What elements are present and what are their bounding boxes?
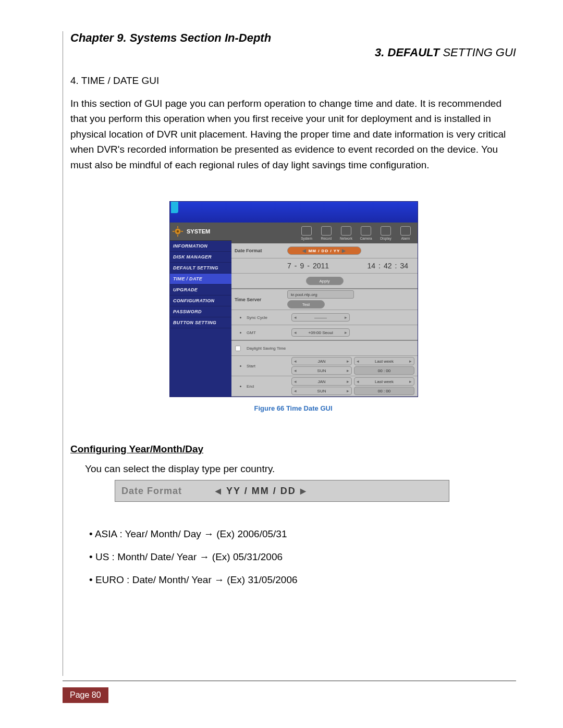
time-server-field[interactable]: kr.pool.ntp.org bbox=[287, 290, 354, 299]
iconbar-item[interactable]: Display bbox=[377, 226, 395, 240]
dst-end-day: SUN bbox=[299, 389, 345, 393]
iconbar-label: Alarm bbox=[401, 237, 410, 240]
arrow-left-icon[interactable]: ◀ bbox=[215, 487, 222, 495]
dvr-body: SystemRecordNetworkCameraDisplayAlarm Da… bbox=[231, 223, 418, 397]
gmt-value: +09:00 Seoul bbox=[299, 330, 342, 335]
date-day[interactable]: 9 bbox=[300, 262, 304, 270]
arrow-right-icon[interactable]: ▸ bbox=[342, 330, 349, 335]
svg-rect-4 bbox=[173, 231, 175, 232]
time-min[interactable]: 42 bbox=[384, 262, 392, 270]
dvr-window: SYSTEM INFORMATIONDISK MANAGERDEFAULT SE… bbox=[169, 201, 418, 397]
date-format-selector[interactable]: ◀ MM / DD / YY ▶ bbox=[287, 246, 361, 255]
dst-start-week-spinner[interactable]: ◂Last week▸ bbox=[354, 357, 414, 365]
iconbar-icon bbox=[381, 226, 391, 236]
svg-rect-5 bbox=[181, 231, 183, 232]
svg-rect-3 bbox=[177, 235, 178, 237]
sidebar-header: SYSTEM bbox=[170, 223, 231, 241]
time-server-label: Time Server bbox=[235, 297, 284, 302]
dst-end-week: Last week bbox=[361, 379, 407, 384]
date-format-bar-value: YY / MM / DD bbox=[226, 486, 296, 497]
time-hour[interactable]: 14 bbox=[367, 262, 375, 270]
date-format-bar-label: Date Format bbox=[115, 486, 215, 497]
iconbar-label: Display bbox=[380, 237, 391, 240]
dst-end-month: JAN bbox=[299, 379, 345, 384]
date-year[interactable]: 2011 bbox=[313, 262, 329, 270]
dst-start-month-spinner[interactable]: ◂JAN▸ bbox=[291, 357, 352, 365]
subsection-number: 3. bbox=[375, 46, 384, 59]
sidebar-item[interactable]: DISK MANAGER bbox=[170, 252, 231, 263]
iconbar-item[interactable]: Record bbox=[317, 226, 335, 240]
figure-caption: Figure 66 Time Date GUI bbox=[169, 404, 417, 412]
bullet-icon bbox=[240, 386, 241, 387]
iconbar-icon bbox=[321, 226, 332, 236]
dst-end-month-spinner[interactable]: ◂JAN▸ bbox=[291, 377, 352, 386]
dvr-panel: Date Format ◀ MM / DD / YY ▶ bbox=[231, 243, 418, 397]
sync-cycle-label: Sync Cycle bbox=[247, 315, 288, 320]
dst-label: Daylight Saving Time bbox=[247, 346, 286, 351]
dst-end-time-spinner[interactable]: 00 : 00 bbox=[354, 387, 414, 395]
date-format-bar-selector[interactable]: ◀ YY / MM / DD ▶ bbox=[215, 486, 307, 497]
sidebar-item[interactable]: DEFAULT SETTING bbox=[170, 263, 231, 274]
iconbar-item[interactable]: System bbox=[298, 226, 315, 240]
dst-start-time-spinner[interactable]: 00 : 00 bbox=[354, 366, 414, 375]
list-item: • ASIA : Year/ Month/ Day → (Ex) 2006/05… bbox=[89, 523, 516, 546]
dvr-titlebar bbox=[170, 202, 418, 223]
time-sec[interactable]: 34 bbox=[400, 262, 408, 270]
dst-end-week-spinner[interactable]: ◂Last week▸ bbox=[354, 377, 414, 386]
apply-button[interactable]: Apply bbox=[306, 277, 344, 285]
dst-end-time: 00 : 00 bbox=[354, 389, 414, 393]
list-item: • US : Month/ Date/ Year → (Ex) 05/31/20… bbox=[89, 546, 516, 569]
arrow-right-icon[interactable]: ▸ bbox=[342, 315, 349, 320]
arrow-left-icon[interactable]: ◀ bbox=[300, 248, 309, 253]
subsection-rest: SETTING GUI bbox=[439, 46, 516, 59]
dst-start-month: JAN bbox=[299, 359, 345, 364]
gear-icon bbox=[172, 226, 183, 237]
date-format-value: MM / DD / YY bbox=[309, 249, 340, 253]
subsection-title: 3. DEFAULT SETTING GUI bbox=[70, 46, 516, 59]
sidebar-item[interactable]: TIME / DATE bbox=[170, 274, 231, 285]
svg-point-1 bbox=[177, 230, 179, 233]
sidebar-item[interactable]: CONFIGURATION bbox=[170, 295, 231, 306]
test-button[interactable]: Test bbox=[287, 300, 325, 309]
date-format-bar: Date Format ◀ YY / MM / DD ▶ bbox=[115, 480, 449, 502]
iconbar-item[interactable]: Camera bbox=[357, 226, 375, 240]
dst-checkbox[interactable] bbox=[235, 346, 240, 351]
sync-cycle-value: ——— bbox=[299, 315, 342, 320]
figure-66: SYSTEM INFORMATIONDISK MANAGERDEFAULT SE… bbox=[169, 201, 417, 412]
date-format-label: Date Format bbox=[235, 248, 284, 253]
arrow-left-icon[interactable]: ◂ bbox=[292, 315, 299, 320]
list-item: • EURO : Date/ Month/ Year → (Ex) 31/05/… bbox=[89, 569, 516, 591]
sidebar-item[interactable]: INFORMATION bbox=[170, 241, 231, 252]
page-number-badge: Page 80 bbox=[63, 687, 108, 703]
iconbar-icon bbox=[341, 226, 351, 236]
iconbar-item[interactable]: Alarm bbox=[397, 226, 414, 240]
dst-start-label: Start bbox=[247, 364, 288, 368]
sidebar-item[interactable]: BUTTON SETTING bbox=[170, 317, 231, 328]
arrow-right-icon[interactable]: ▶ bbox=[340, 248, 348, 253]
dst-start-time: 00 : 00 bbox=[354, 368, 414, 373]
date-month[interactable]: 7 bbox=[287, 262, 291, 270]
sync-cycle-spinner[interactable]: ◂———▸ bbox=[291, 313, 350, 322]
dvr-iconbar: SystemRecordNetworkCameraDisplayAlarm bbox=[231, 223, 418, 243]
bullet-icon bbox=[240, 332, 241, 334]
iconbar-label: Camera bbox=[360, 237, 372, 240]
iconbar-label: Record bbox=[321, 237, 332, 240]
left-margin-rule bbox=[63, 31, 63, 676]
arrow-right-icon[interactable]: ▶ bbox=[300, 487, 307, 495]
config-heading: Configuring Year/Month/Day bbox=[70, 443, 516, 455]
sidebar-item[interactable]: PASSWORD bbox=[170, 306, 231, 317]
dst-end-day-spinner[interactable]: ◂SUN▸ bbox=[291, 387, 352, 395]
iconbar-label: Network bbox=[340, 237, 352, 240]
config-intro-line: You can select the display type per coun… bbox=[85, 463, 516, 475]
iconbar-item[interactable]: Network bbox=[337, 226, 355, 240]
gmt-spinner[interactable]: ◂+09:00 Seoul▸ bbox=[291, 328, 350, 337]
gmt-label: GMT bbox=[247, 330, 288, 335]
sidebar-item[interactable]: UPGRADE bbox=[170, 285, 231, 295]
arrow-left-icon[interactable]: ◂ bbox=[292, 330, 299, 335]
dst-start-day-spinner[interactable]: ◂SUN▸ bbox=[291, 366, 352, 375]
footer-rule bbox=[63, 681, 516, 681]
section-label: 4. TIME / DATE GUI bbox=[70, 75, 516, 87]
svg-rect-2 bbox=[177, 226, 178, 228]
chapter-title: Chapter 9. Systems Section In-Depth bbox=[70, 31, 516, 45]
subsection-bold: DEFAULT bbox=[388, 46, 440, 59]
